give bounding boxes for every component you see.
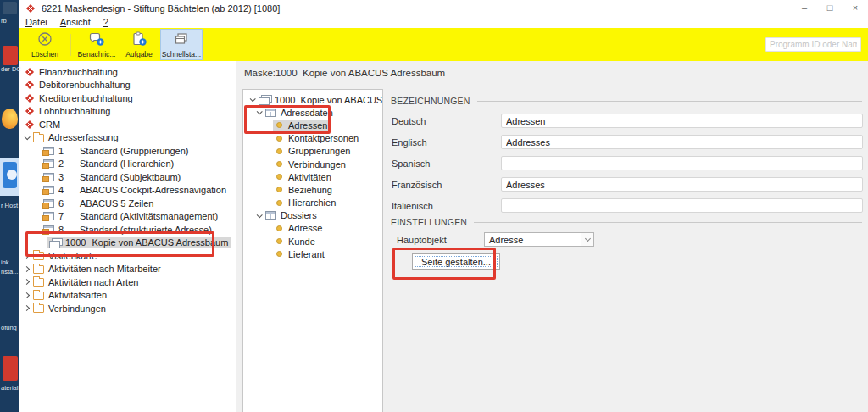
tree-item-label: Hierarchien <box>288 198 336 208</box>
tree-item-label: ABACUS 5 Zeilen <box>80 198 153 209</box>
mask-tree-item-verbindungen[interactable]: Verbindungen <box>243 158 382 170</box>
nav-tree-item-8-standard-strukturierte-adresse[interactable]: 8Standard (strukturierte Adresse) <box>19 223 236 237</box>
field-input-englisch[interactable] <box>501 135 863 149</box>
dock-blue-app-icon[interactable] <box>3 162 17 188</box>
field-label: Spanisch <box>387 159 501 169</box>
tree-row-content: Verbindungen <box>31 303 109 315</box>
nav-tree-item-visitenkarte[interactable]: Visitenkarte <box>19 249 236 263</box>
chevron-right-icon[interactable] <box>24 305 30 311</box>
tree-item-label: Adressdaten <box>281 108 333 118</box>
dock-red-app-icon-2[interactable] <box>3 356 18 381</box>
nav-tree-item-aktivitäten-nach-mitarbeiter[interactable]: Aktivitäten nach Mitarbeiter <box>19 263 236 276</box>
field-label: Französisch <box>387 180 501 190</box>
nav-tree-item-adresserfassung[interactable]: Adresserfassung <box>19 131 236 145</box>
nav-tree-item-1000-kopie-von-abacus-adressbaum[interactable]: 1000Kopie von ABACUS Adressbaum <box>19 237 236 250</box>
titlebar: 6221 Maskendesign - Stiftung Bächtelen (… <box>19 0 868 16</box>
window-copy-icon <box>259 95 270 104</box>
nav-tree-item-finanzbuchhaltung[interactable]: Finanzbuchhaltung <box>19 65 236 79</box>
nav-tree-item-4-abacus-cockpit-adressnavigation[interactable]: 4ABACUS Cockpit-Adressnavigation <box>19 184 236 198</box>
maximize-button[interactable]: □ <box>817 0 843 16</box>
close-button[interactable]: × <box>843 0 868 16</box>
nav-tree-item-aktivitäten-nach-arten[interactable]: Aktivitäten nach Arten <box>19 276 236 289</box>
nav-tree-item-2-standard-hierarchien[interactable]: 2Standard (Hierarchien) <box>19 158 236 171</box>
dot-icon <box>276 225 282 231</box>
seite-gestalten-button[interactable]: Seite gestalten... <box>412 253 500 270</box>
nav-tree-item-debitorenbuchhaltung[interactable]: Debitorenbuchhaltung <box>19 79 236 92</box>
chevron-down-icon[interactable] <box>257 212 263 218</box>
dock-label: ink <box>1 259 9 266</box>
tree-row-content: Aktivitäten nach Arten <box>31 276 142 288</box>
menu-bar: DateiAnsicht? <box>19 16 868 28</box>
mask-tree-item-kontaktpersonen[interactable]: Kontaktpersonen <box>243 132 382 145</box>
minimize-button[interactable]: – <box>792 0 817 16</box>
chevron-right-icon[interactable] <box>24 253 30 259</box>
toolbar-button-label: Schnellsta... <box>162 50 201 58</box>
tree-item-label: Aktivitäten nach Arten <box>48 277 138 287</box>
dot-icon <box>276 174 282 180</box>
dock-fire-app-icon[interactable] <box>2 109 18 129</box>
tree-row-content: Finanzbuchhaltung <box>23 66 121 78</box>
delete-icon <box>36 31 53 51</box>
mask-tree-item-beziehung[interactable]: Beziehung <box>243 183 382 196</box>
field-row-französisch: Französisch <box>387 177 868 192</box>
chevron-right-icon[interactable] <box>24 279 30 285</box>
mask-tree-item-kunde[interactable]: Kunde <box>243 235 382 248</box>
chevron-right-icon[interactable] <box>24 292 30 298</box>
mask-tree-item-dossiers[interactable]: Dossiers <box>243 209 382 222</box>
nav-tree-item-crm[interactable]: CRM <box>19 118 236 131</box>
dock-app-icon[interactable] <box>3 2 17 14</box>
section-title: EINSTELLUNGEN <box>387 217 467 227</box>
nav-tree-item-1-standard-gruppierungen[interactable]: 1Standard (Gruppierungen) <box>19 144 236 158</box>
form-copy-icon <box>49 238 61 248</box>
tree-item-label: Adresse <box>288 223 322 233</box>
menu-item-datei[interactable]: Datei <box>25 17 47 27</box>
tree-row-content: CRM <box>23 119 64 131</box>
chevron-right-icon[interactable] <box>24 266 30 272</box>
nav-tree-item-3-standard-subjektbaum[interactable]: 3Standard (Subjektbaum) <box>19 170 236 184</box>
nav-tree-item-verbindungen[interactable]: Verbindungen <box>19 302 236 315</box>
maskendesign-window: 6221 Maskendesign - Stiftung Bächtelen (… <box>19 0 868 412</box>
field-input-spanisch[interactable] <box>501 156 863 170</box>
form-lock-icon <box>43 186 54 194</box>
mask-tree-item-gruppierungen[interactable]: Gruppierungen <box>243 145 382 158</box>
field-input-italienisch[interactable] <box>501 198 863 213</box>
nav-tree-item-6-abacus-5-zeilen[interactable]: 6ABACUS 5 Zeilen <box>19 197 236 210</box>
dot-icon <box>276 251 282 257</box>
field-input-französisch[interactable] <box>501 177 863 192</box>
toolbar-button-aufgabe[interactable]: Aufgabe <box>118 29 160 60</box>
mask-tree-item-aktivitäten[interactable]: Aktivitäten <box>243 170 382 183</box>
nav-tree-item-aktivitätsarten[interactable]: Aktivitätsarten <box>19 289 236 303</box>
chevron-down-icon[interactable] <box>250 96 256 102</box>
mask-tree-item-1000-kopie-von-abacus-adressbaum[interactable]: 1000 Kopie von ABACUS Adressbaum <box>243 93 382 106</box>
hauptobjekt-select[interactable]: Adresse <box>484 232 594 247</box>
mask-tree-item-lieferant[interactable]: Lieferant <box>243 248 382 260</box>
toolbar-button-benachric[interactable]: Benachric... <box>75 29 118 60</box>
mask-tree-item-adressdaten[interactable]: Adressdaten <box>243 106 382 119</box>
nav-tree-item-kreditorenbuchhaltung[interactable]: Kreditorenbuchhaltung <box>19 92 236 105</box>
tree-row-content: 6ABACUS 5 Zeilen <box>42 198 157 209</box>
navigation-tree-panel: FinanzbuchhaltungDebitorenbuchhaltungKre… <box>19 61 236 412</box>
menu-item-[interactable]: ? <box>103 17 108 27</box>
module-diamond-icon <box>25 120 34 129</box>
dock-red-app-icon[interactable] <box>3 46 18 65</box>
mask-tree-item-hierarchien[interactable]: Hierarchien <box>243 197 382 209</box>
tree-row-content: Adresse <box>273 222 326 234</box>
menu-item-ansicht[interactable]: Ansicht <box>60 17 91 27</box>
field-input-deutsch[interactable] <box>501 114 863 128</box>
toolbar-button-schnellsta[interactable]: Schnellsta... <box>160 29 203 60</box>
nav-tree-item-7-standard-aktivitätsmanagement[interactable]: 7Standard (Aktivitätsmanagement) <box>19 210 236 224</box>
toolbar-button-löschen[interactable]: Löschen <box>24 29 66 60</box>
form-lock-icon <box>43 225 54 234</box>
chevron-down-icon[interactable] <box>25 134 31 140</box>
tree-row-content: Visitenkarte <box>31 250 100 262</box>
tree-row-content: Adresserfassung <box>31 131 122 143</box>
chevron-down-icon[interactable] <box>581 233 593 246</box>
mask-tree-item-adressen[interactable]: Adressen <box>243 119 382 131</box>
tree-item-label: Lohnbuchhaltung <box>39 106 110 116</box>
hauptobjekt-label: Hauptobjekt <box>387 235 484 245</box>
mask-tree-item-adresse[interactable]: Adresse <box>243 222 382 235</box>
nav-tree-item-lohnbuchhaltung[interactable]: Lohnbuchhaltung <box>19 105 236 119</box>
tree-row-content: Aktivitäten nach Mitarbeiter <box>31 263 164 275</box>
chevron-down-icon[interactable] <box>257 109 263 115</box>
program-search-input[interactable] <box>765 37 861 52</box>
